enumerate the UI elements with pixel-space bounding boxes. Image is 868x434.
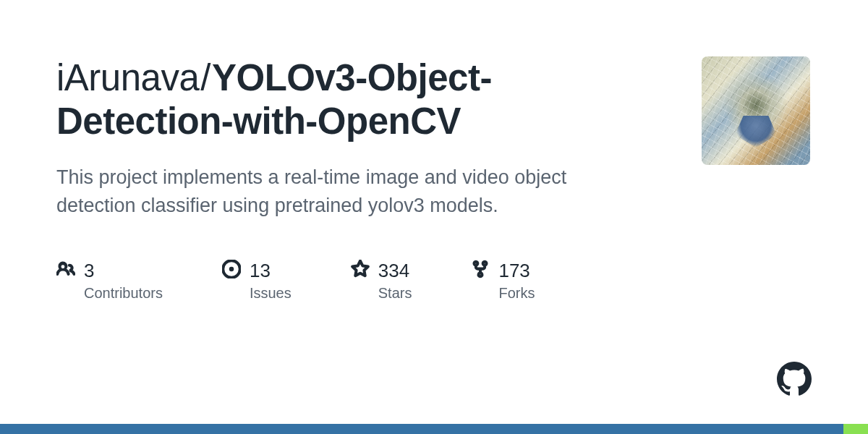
- contributors-label: Contributors: [84, 285, 163, 302]
- repo-owner[interactable]: iArunava: [56, 57, 199, 98]
- issues-label: Issues: [250, 285, 292, 302]
- stat-stars[interactable]: 334 Stars: [351, 260, 412, 302]
- stat-issues[interactable]: 13 Issues: [222, 260, 292, 302]
- avatar[interactable]: [702, 56, 810, 165]
- repo-description: This project implements a real-time imag…: [56, 163, 577, 220]
- forks-count: 173: [498, 260, 529, 282]
- github-logo-icon[interactable]: [777, 362, 812, 399]
- language-segment: [0, 424, 843, 434]
- language-bar: [0, 424, 868, 434]
- stat-forks[interactable]: 173 Forks: [471, 260, 535, 302]
- stats-row: 3 Contributors 13 Issues 334: [56, 260, 650, 302]
- stat-contributors[interactable]: 3 Contributors: [56, 260, 163, 302]
- stars-label: Stars: [378, 285, 412, 302]
- people-icon: [56, 260, 75, 281]
- stars-count: 334: [378, 260, 409, 282]
- issue-icon: [222, 260, 241, 281]
- repo-title: iArunava/YOLOv3-Object-Detection-with-Op…: [56, 56, 650, 143]
- issues-count: 13: [250, 260, 271, 282]
- forks-label: Forks: [498, 285, 535, 302]
- language-segment: [843, 424, 868, 434]
- star-icon: [351, 260, 370, 281]
- slash-separator: /: [200, 57, 210, 98]
- contributors-count: 3: [84, 260, 94, 282]
- fork-icon: [471, 260, 490, 281]
